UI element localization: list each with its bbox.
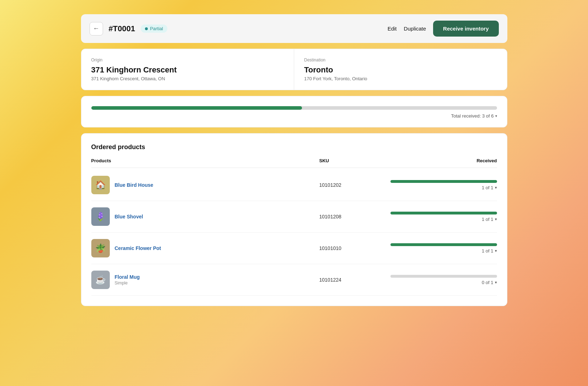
header-actions: Edit Duplicate Receive inventory	[388, 21, 499, 37]
received-count: 1 of 1 ▾	[482, 185, 497, 190]
destination-name: Toronto	[304, 65, 497, 75]
received-count-text: 1 of 1	[482, 185, 493, 190]
progress-card: Total received: 3 of 6 ▾	[81, 96, 507, 127]
products-card: Ordered products Products SKU Received 🏠…	[81, 133, 507, 306]
progress-label: Total received: 3 of 6 ▾	[91, 113, 497, 119]
origin-label: Origin	[91, 58, 284, 62]
product-info: ☕ Floral Mug Simple	[91, 271, 319, 289]
product-variant: Simple	[115, 281, 140, 286]
col-header-sku: SKU	[319, 158, 390, 163]
back-icon: ←	[93, 25, 99, 32]
main-container: ← #T0001 Partial Edit Duplicate Receive …	[81, 14, 507, 306]
received-chevron-icon: ▾	[495, 217, 497, 222]
received-count: 1 of 1 ▾	[482, 248, 497, 254]
progress-chevron-icon: ▾	[495, 114, 497, 118]
table-header: Products SKU Received	[91, 158, 497, 168]
received-count-text: 1 of 1	[482, 248, 493, 254]
status-badge: Partial	[141, 25, 167, 33]
received-count: 0 of 1 ▾	[482, 280, 497, 285]
progress-bar-fill	[91, 106, 302, 110]
products-title: Ordered products	[91, 143, 497, 151]
duplicate-button[interactable]: Duplicate	[404, 26, 426, 32]
origin-destination-card: Origin 371 Kinghorn Crescent 371 Kinghor…	[81, 49, 507, 90]
product-received: 1 of 1 ▾	[390, 212, 497, 222]
transfer-id: #T0001	[109, 24, 135, 33]
row-progress-track	[390, 212, 497, 214]
product-info: 🏠 Blue Bird House	[91, 176, 319, 194]
destination-panel: Destination Toronto 170 Fort York, Toron…	[294, 49, 507, 90]
origin-panel: Origin 371 Kinghorn Crescent 371 Kinghor…	[81, 49, 294, 90]
row-progress-fill	[390, 180, 497, 183]
origin-name: 371 Kinghorn Crescent	[91, 65, 284, 75]
table-row: 🪻 Blue Shovel 10101208 1 of 1 ▾	[91, 201, 497, 233]
product-received: 1 of 1 ▾	[390, 180, 497, 190]
table-row: 🏠 Blue Bird House 10101202 1 of 1 ▾	[91, 169, 497, 201]
product-thumbnail: 🪻	[91, 207, 110, 226]
received-count-text: 0 of 1	[482, 280, 493, 285]
receive-inventory-button[interactable]: Receive inventory	[433, 21, 498, 37]
table-row: 🪴 Ceramic Flower Pot 10101010 1 of 1 ▾	[91, 233, 497, 264]
progress-bar-track	[91, 106, 497, 110]
product-name[interactable]: Ceramic Flower Pot	[115, 245, 161, 251]
product-received: 0 of 1 ▾	[390, 275, 497, 285]
product-thumbnail: 🪴	[91, 239, 110, 257]
product-name[interactable]: Floral Mug	[115, 274, 140, 280]
product-info: 🪻 Blue Shovel	[91, 207, 319, 226]
row-progress-fill	[390, 212, 497, 214]
row-progress-track	[390, 243, 497, 246]
product-info: 🪴 Ceramic Flower Pot	[91, 239, 319, 257]
row-progress-track	[390, 180, 497, 183]
product-sku: 10101208	[319, 214, 390, 219]
back-button[interactable]: ←	[90, 22, 103, 36]
destination-address: 170 Fort York, Toronto, Ontario	[304, 76, 497, 81]
col-header-products: Products	[91, 158, 319, 163]
product-name[interactable]: Blue Shovel	[115, 214, 143, 219]
header-bar: ← #T0001 Partial Edit Duplicate Receive …	[81, 14, 507, 43]
products-table: Products SKU Received 🏠 Blue Bird House …	[91, 158, 497, 296]
received-count: 1 of 1 ▾	[482, 217, 497, 222]
received-chevron-icon: ▾	[495, 185, 497, 190]
received-chevron-icon: ▾	[495, 249, 497, 253]
product-sku: 10101202	[319, 182, 390, 188]
received-chevron-icon: ▾	[495, 280, 497, 285]
product-sku: 10101010	[319, 245, 390, 251]
product-thumbnail: 🏠	[91, 176, 110, 194]
product-name[interactable]: Blue Bird House	[115, 182, 153, 188]
origin-address: 371 Kinghorn Crescent, Ottawa, ON	[91, 76, 284, 81]
destination-label: Destination	[304, 58, 497, 62]
total-received-text: Total received: 3 of 6	[451, 113, 494, 119]
product-received: 1 of 1 ▾	[390, 243, 497, 254]
table-row: ☕ Floral Mug Simple 10101224 0 of 1 ▾	[91, 264, 497, 296]
received-count-text: 1 of 1	[482, 217, 493, 222]
row-progress-track	[390, 275, 497, 278]
edit-button[interactable]: Edit	[388, 26, 397, 32]
product-thumbnail: ☕	[91, 271, 110, 289]
row-progress-fill	[390, 243, 497, 246]
col-header-received: Received	[390, 158, 497, 163]
product-rows: 🏠 Blue Bird House 10101202 1 of 1 ▾	[91, 169, 497, 296]
product-sku: 10101224	[319, 277, 390, 283]
